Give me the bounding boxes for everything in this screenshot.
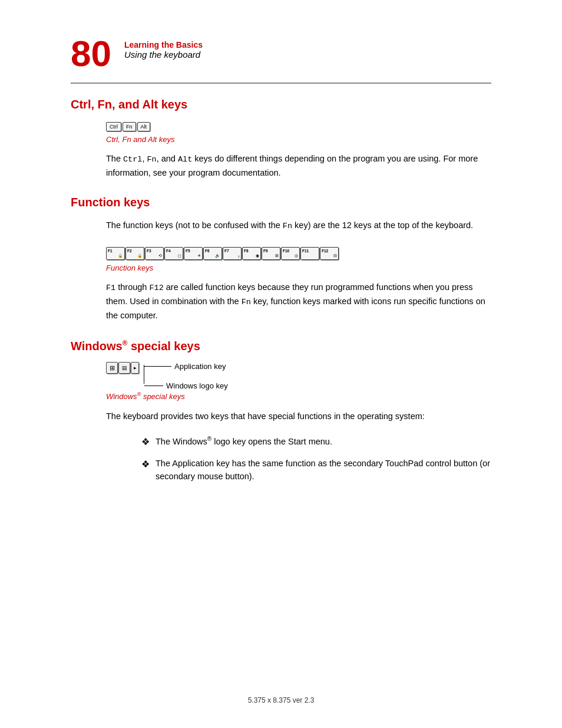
- f1-key: F1 🔒: [106, 247, 125, 260]
- function-keys-intro: The function keys (not to be confused wi…: [106, 219, 491, 233]
- f6-key: F6 🔊: [203, 247, 222, 260]
- f3-key: F3 ⟲: [145, 247, 164, 260]
- f9-key: F9 ⊞: [262, 247, 280, 260]
- section-windows-keys: Windows® special keys ⊞ ▤ ▸: [71, 339, 491, 483]
- windows-keys-intro: The keyboard provides two keys that have…: [106, 410, 491, 423]
- diamond-2: ❖: [141, 457, 150, 472]
- bullet-1-text: The Windows® logo key opens the Start me…: [156, 434, 332, 448]
- alt-inline: Alt: [178, 155, 192, 164]
- fn-inline-3: Fn: [242, 298, 251, 307]
- alt-key: Alt: [137, 122, 151, 131]
- fn-inline-2: Fn: [283, 222, 292, 230]
- section-ctrl-fn-alt: Ctrl, Fn, and Alt keys Ctrl Fn Alt Ctrl,…: [71, 98, 491, 179]
- f12-inline: F12: [149, 284, 163, 292]
- windows-logo-label-text: Windows logo key: [166, 381, 228, 390]
- diamond-1: ❖: [141, 435, 150, 450]
- f12-key: F12 ⊟: [320, 247, 339, 260]
- windows-superscript: ®: [123, 339, 128, 347]
- fn-inline: Fn: [147, 155, 156, 164]
- windows-keys-content: ⊞ ▤ ▸ Application key: [106, 362, 491, 483]
- app-label-line: [144, 366, 171, 367]
- page-header: 80 Learning the Basics Using the keyboar…: [71, 35, 491, 72]
- f8-key: F8 ◉: [242, 247, 261, 260]
- f2-key: F2 🔒: [125, 247, 144, 260]
- win-label-line: [144, 386, 163, 386]
- ctrl-fn-alt-content: Ctrl Fn Alt Ctrl, Fn and Alt keys The Ct…: [106, 121, 491, 179]
- f1-inline: F1: [106, 284, 115, 292]
- ctrl-fn-alt-caption: Ctrl, Fn and Alt keys: [106, 135, 491, 144]
- windows-logo-key-icon: ⊞: [106, 362, 118, 374]
- bullet-windows-logo: ❖ The Windows® logo key opens the Start …: [141, 434, 491, 450]
- windows-keys-bullets: ❖ The Windows® logo key opens the Start …: [141, 434, 491, 483]
- section-heading-function-keys: Function keys: [71, 196, 491, 209]
- ctrl-fn-alt-body: The Ctrl, Fn, and Alt keys do different …: [106, 152, 491, 179]
- app-key-label-text: Application key: [174, 362, 226, 371]
- bullet-2-text: The Application key has the same functio…: [156, 457, 491, 483]
- ctrl-key: Ctrl: [106, 122, 121, 131]
- page-number: 80: [71, 35, 111, 72]
- footer-text: 5.375 x 8.375 ver 2.3: [248, 696, 315, 704]
- section-function-keys: Function keys The function keys (not to …: [71, 196, 491, 322]
- function-keys-content: The function keys (not to be confused wi…: [106, 219, 491, 322]
- bullet-app-key: ❖ The Application key has the same funct…: [141, 457, 491, 483]
- fn-key-box: Fn: [123, 122, 136, 131]
- page-footer: 5.375 x 8.375 ver 2.3: [0, 696, 562, 704]
- win-labels-bracket: Application key Windows logo key: [144, 362, 228, 388]
- windows-keys-diagram: ⊞ ▤ ▸ Application key: [106, 362, 491, 388]
- page: 80 Learning the Basics Using the keyboar…: [0, 0, 562, 728]
- ctrl-fn-alt-keys-image: Ctrl Fn Alt: [106, 122, 150, 131]
- section-heading-ctrl-fn-alt: Ctrl, Fn, and Alt keys: [71, 98, 491, 111]
- extra-key-icon: ▸: [131, 362, 139, 374]
- f4-key: F4 ◻: [164, 247, 183, 260]
- f5-key: F5 ☀: [184, 247, 203, 260]
- divider: [71, 83, 491, 84]
- f7-key: F7 ♪: [223, 247, 242, 260]
- chapter-title: Learning the Basics: [124, 40, 203, 50]
- ctrl-inline: Ctrl: [123, 155, 142, 164]
- win-cap-sup: ®: [137, 391, 141, 397]
- function-keys-caption: Function keys: [106, 263, 491, 272]
- app-key-glyph: ▤: [122, 365, 127, 371]
- win-key-icons: ⊞ ▤ ▸: [106, 362, 139, 374]
- windows-keys-caption: Windows® special keys: [106, 391, 491, 401]
- app-key-icon: ▤: [118, 362, 130, 374]
- section-heading-windows-keys: Windows® special keys: [71, 339, 491, 353]
- vertical-bracket-line: [144, 365, 144, 384]
- windows-logo-label-row: Windows logo key: [144, 381, 228, 390]
- app-key-label-row: Application key: [144, 362, 228, 371]
- section-subtitle: Using the keyboard: [124, 50, 203, 60]
- f10-key: F10 ◎: [281, 247, 300, 260]
- win-logo-glyph: ⊞: [110, 364, 115, 372]
- function-keys-body: F1 through F12 are called function keys …: [106, 281, 491, 322]
- bullet-1-sup: ®: [207, 436, 211, 442]
- f11-key: F11: [300, 247, 319, 260]
- page-header-text: Learning the Basics Using the keyboard: [124, 35, 203, 60]
- function-keys-image: F1 🔒 F2 🔒 F3 ⟲ F4 ◻ F5 ☀: [106, 247, 339, 260]
